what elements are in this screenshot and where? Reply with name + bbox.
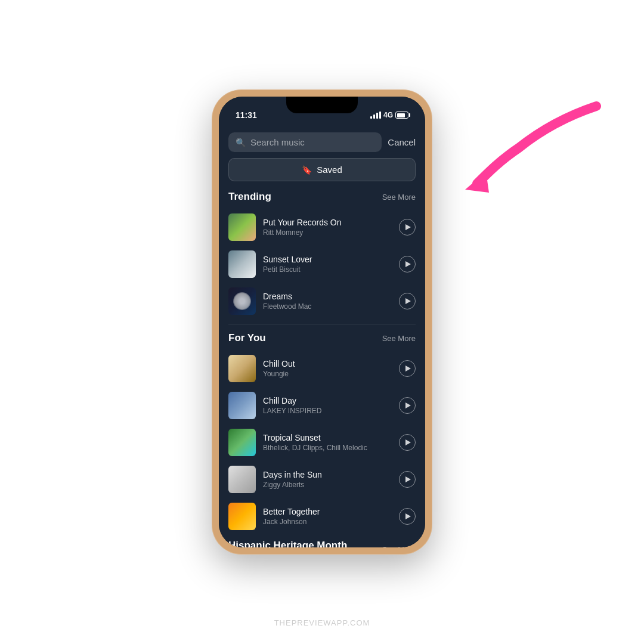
song-artwork — [228, 466, 256, 493]
song-artwork — [228, 287, 256, 315]
song-info: Tropical Sunset Bthelick, DJ Clipps, Chi… — [263, 433, 392, 452]
song-info: Days in the Sun Ziggy Alberts — [263, 470, 392, 489]
play-icon — [405, 366, 411, 371]
list-item: Dreams Fleetwood Mac — [219, 283, 425, 320]
song-info: Sunset Lover Petit Biscuit — [263, 255, 392, 274]
song-title: Days in the Sun — [263, 470, 392, 479]
saved-btn-row: 🔖 Saved — [219, 158, 425, 188]
signal-bars-icon — [370, 112, 381, 119]
song-title: Chill Day — [263, 396, 392, 405]
svg-marker-0 — [465, 172, 489, 193]
heritage-section: Hispanic Heritage Month See More — [219, 535, 425, 547]
watermark: THEPREVIEWAPP.COM — [274, 618, 370, 627]
song-artwork — [228, 355, 256, 382]
song-title: Put Your Records On — [263, 218, 392, 227]
song-artist: Ritt Momney — [263, 228, 392, 237]
play-icon — [405, 513, 411, 519]
search-input-wrapper[interactable]: 🔍 Search music — [228, 132, 382, 152]
annotation-arrow — [459, 100, 608, 196]
play-icon — [405, 298, 411, 304]
song-info: Better Together Jack Johnson — [263, 507, 392, 526]
heritage-see-more[interactable]: See More — [382, 545, 416, 547]
for-you-header: For You See More — [219, 330, 425, 350]
song-title: Dreams — [263, 292, 392, 301]
list-item: Better Together Jack Johnson — [219, 498, 425, 535]
song-info: Chill Out Youngie — [263, 359, 392, 378]
play-button[interactable] — [399, 471, 416, 488]
search-icon: 🔍 — [236, 138, 246, 147]
list-item: Tropical Sunset Bthelick, DJ Clipps, Chi… — [219, 424, 425, 461]
list-item: Days in the Sun Ziggy Alberts — [219, 461, 425, 498]
play-button[interactable] — [399, 360, 416, 377]
song-title: Chill Out — [263, 359, 392, 369]
play-button[interactable] — [399, 508, 416, 525]
song-artist: Bthelick, DJ Clipps, Chill Melodic — [263, 444, 392, 452]
for-you-see-more[interactable]: See More — [382, 334, 416, 343]
play-icon — [405, 224, 411, 230]
status-icons: 4G — [370, 111, 408, 119]
song-artist: Ziggy Alberts — [263, 481, 392, 489]
phone-screen: 11:31 4G 🔍 Search music — [219, 97, 425, 547]
song-artwork — [228, 250, 256, 278]
list-item: Chill Out Youngie — [219, 350, 425, 387]
play-icon — [405, 476, 411, 482]
heritage-title: Hispanic Heritage Month — [228, 540, 347, 547]
song-artist: Petit Biscuit — [263, 265, 392, 274]
battery-icon — [395, 112, 408, 119]
trending-header: Trending See More — [219, 188, 425, 209]
phone-frame: 11:31 4G 🔍 Search music — [212, 89, 432, 555]
song-title: Better Together — [263, 507, 392, 516]
saved-label: Saved — [317, 165, 342, 175]
trending-title: Trending — [228, 191, 271, 203]
cancel-button[interactable]: Cancel — [388, 137, 416, 147]
play-icon — [405, 439, 411, 445]
song-artist: Jack Johnson — [263, 518, 392, 526]
status-bar: 11:31 4G — [219, 97, 425, 126]
search-input[interactable]: Search music — [250, 137, 305, 147]
play-icon — [405, 402, 411, 408]
song-artwork — [228, 213, 256, 241]
song-artwork — [228, 503, 256, 530]
section-divider — [228, 324, 416, 325]
song-artist: LAKEY INSPIRED — [263, 407, 392, 415]
song-info: Dreams Fleetwood Mac — [263, 292, 392, 311]
song-artwork — [228, 392, 256, 419]
play-button[interactable] — [399, 293, 416, 309]
saved-button[interactable]: 🔖 Saved — [228, 158, 416, 181]
notch — [286, 97, 358, 113]
search-bar-row: 🔍 Search music Cancel — [219, 126, 425, 158]
play-button[interactable] — [399, 219, 416, 236]
song-title: Tropical Sunset — [263, 433, 392, 442]
play-button[interactable] — [399, 434, 416, 451]
play-button[interactable] — [399, 256, 416, 273]
status-time: 11:31 — [236, 110, 257, 120]
list-item: Sunset Lover Petit Biscuit — [219, 246, 425, 283]
song-info: Put Your Records On Ritt Momney — [263, 218, 392, 237]
song-artist: Fleetwood Mac — [263, 302, 392, 311]
list-item: Chill Day LAKEY INSPIRED — [219, 387, 425, 424]
network-label: 4G — [383, 111, 393, 119]
list-item: Put Your Records On Ritt Momney — [219, 209, 425, 246]
song-title: Sunset Lover — [263, 255, 392, 264]
play-icon — [405, 261, 411, 267]
song-artist: Youngie — [263, 370, 392, 378]
song-artwork — [228, 429, 256, 456]
trending-see-more[interactable]: See More — [382, 193, 416, 202]
play-button[interactable] — [399, 397, 416, 414]
song-info: Chill Day LAKEY INSPIRED — [263, 396, 392, 415]
bookmark-icon: 🔖 — [302, 165, 312, 175]
content-area: 🔍 Search music Cancel 🔖 Saved Trending S… — [219, 126, 425, 547]
for-you-title: For You — [228, 332, 266, 344]
